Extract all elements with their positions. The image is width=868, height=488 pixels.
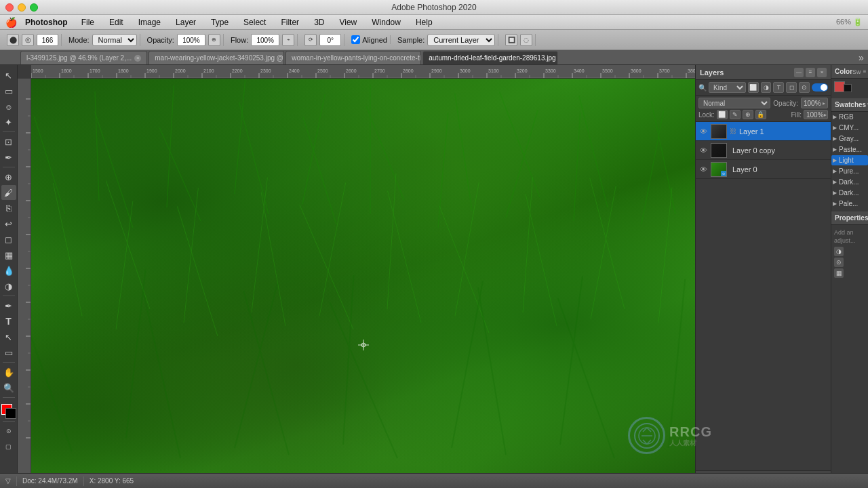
tab-0[interactable]: l-3499125.jpg @ 46.9% (Layer 2,... × — [20, 51, 147, 64]
history-brush-tool[interactable]: ↩ — [1, 216, 16, 231]
opacity-value-field[interactable]: 100% ▸ — [801, 98, 828, 108]
flow-value[interactable]: 100% — [251, 34, 279, 46]
angle-icon[interactable]: ⟳ — [304, 34, 317, 46]
gradient-tool[interactable]: ▦ — [1, 247, 16, 262]
layer-item-1[interactable]: 👁 Layer 0 copy — [696, 141, 831, 160]
angle-value[interactable]: 0° — [319, 34, 341, 46]
zoom-tool[interactable]: 🔍 — [1, 380, 16, 395]
menu-layer[interactable]: Layer — [173, 16, 199, 28]
selection-tools[interactable]: ▭ — [1, 83, 16, 98]
cg-pale[interactable]: ▶ Pale... — [831, 199, 868, 209]
aligned-checkbox-label[interactable]: Aligned — [351, 35, 387, 44]
sample-select[interactable]: Current Layer — [427, 34, 495, 46]
menu-3d[interactable]: 3D — [311, 16, 327, 28]
quick-mask-mode[interactable]: ⊙ — [1, 424, 16, 439]
menu-view[interactable]: View — [336, 16, 359, 28]
properties-icon-3[interactable]: ▦ — [834, 268, 844, 278]
swatches-panel-header[interactable]: Swatches ▼ — [831, 98, 868, 112]
bg-color-swatch[interactable] — [844, 84, 852, 92]
blend-mode-select[interactable]: Normal — [698, 98, 770, 108]
brush-tool[interactable]: 🖌 — [1, 185, 16, 200]
blur-tool[interactable]: 💧 — [1, 263, 16, 278]
text-tool[interactable]: T — [1, 314, 16, 329]
tab-1[interactable]: man-wearing-yellow-jacket-3490253.jpg @ … — [149, 51, 284, 64]
magic-wand-tool[interactable]: ✦ — [1, 115, 16, 129]
kind-select[interactable]: Kind — [709, 82, 746, 93]
layer-visibility-0[interactable]: 👁 — [698, 127, 708, 136]
layer-item-2[interactable]: 👁 ⊙ Layer 0 — [696, 160, 831, 179]
layers-menu-btn[interactable]: ≡ — [806, 68, 815, 77]
swatches-tab[interactable]: Sw — [852, 68, 861, 75]
clone-stamp-tool[interactable]: ⎘ — [1, 201, 16, 216]
dodge-tool[interactable]: ◑ — [1, 279, 16, 293]
cg-gray[interactable]: ▶ Gray... — [831, 134, 868, 144]
pressure-opacity-icon[interactable]: ⊕ — [208, 34, 220, 46]
eraser-tool[interactable]: ◻ — [1, 232, 16, 247]
layer-visibility-2[interactable]: 👁 — [698, 165, 708, 174]
screen-mode[interactable]: ▢ — [1, 439, 16, 454]
lasso-tools[interactable]: ⌾ — [1, 99, 16, 114]
properties-icon-1[interactable]: ◑ — [834, 247, 844, 256]
pen-tool[interactable]: ✒ — [1, 298, 16, 313]
apple-menu[interactable]: 🍎 — [5, 17, 17, 28]
cg-paste[interactable]: ▶ Paste... — [831, 144, 868, 155]
close-button[interactable] — [5, 3, 14, 12]
crop-tool[interactable]: ⊡ — [1, 134, 16, 149]
sample-ring-icon[interactable]: ◌ — [520, 34, 532, 46]
tabs-more-button[interactable]: » — [854, 51, 868, 64]
canvas-area[interactable] — [31, 79, 695, 488]
tab-3[interactable]: autumn-dried-leaf-field-garden-289613.jp… — [422, 51, 558, 64]
color-panel-menu[interactable]: ≡ — [863, 68, 867, 75]
text-filter-btn[interactable]: T — [773, 82, 784, 93]
minimize-button[interactable] — [18, 3, 26, 12]
shape-filter-btn[interactable]: ◻ — [786, 82, 797, 93]
adjustment-filter-btn[interactable]: ◑ — [761, 82, 772, 93]
pixel-filter-btn[interactable]: ⬜ — [748, 82, 759, 93]
lock-all-btn[interactable]: 🔒 — [755, 110, 766, 119]
healing-brush-tool[interactable]: ⊕ — [1, 169, 16, 184]
brush-tool-icon[interactable]: ⬤ — [7, 34, 19, 46]
cg-cmy[interactable]: ▶ CMY... — [831, 123, 868, 133]
properties-icon-2[interactable]: ⊙ — [834, 258, 844, 267]
hand-tool[interactable]: ✋ — [1, 365, 16, 380]
eyedropper-tool[interactable]: ✒ — [1, 150, 16, 165]
layer-visibility-1[interactable]: 👁 — [698, 146, 708, 155]
lock-position-btn[interactable]: ✎ — [730, 110, 741, 119]
mode-select[interactable]: Normal — [92, 34, 137, 46]
menu-filter[interactable]: Filter — [278, 16, 302, 28]
maximize-button[interactable] — [30, 3, 38, 12]
aligned-checkbox[interactable] — [351, 35, 360, 44]
filter-toggle[interactable] — [812, 83, 828, 92]
path-selection-tool[interactable]: ↖ — [1, 329, 16, 344]
cg-rgb[interactable]: ▶ RGB — [831, 112, 868, 122]
move-tool[interactable]: ↖ — [1, 68, 16, 83]
cg-light[interactable]: ▶ Light — [831, 155, 868, 165]
cg-pure[interactable]: ▶ Pure... — [831, 166, 868, 176]
properties-panel-header[interactable]: Properties ▼ — [831, 211, 868, 225]
layers-close-btn[interactable]: × — [817, 68, 827, 77]
background-color[interactable] — [5, 408, 16, 419]
shape-tool[interactable]: ▭ — [1, 345, 16, 360]
tab-close-0[interactable]: × — [134, 55, 141, 62]
cg-dark1[interactable]: ▶ Dark... — [831, 177, 868, 187]
menu-select[interactable]: Select — [241, 16, 269, 28]
lock-pixels-btn[interactable]: ⬜ — [717, 110, 728, 119]
smart-filter-btn[interactable]: ⊙ — [799, 82, 810, 93]
ignore-adj-icon[interactable]: 🔲 — [505, 34, 517, 46]
menu-window[interactable]: Window — [369, 16, 403, 28]
lock-artboard-btn[interactable]: ⊕ — [743, 110, 753, 119]
menu-image[interactable]: Image — [136, 16, 163, 28]
menu-file[interactable]: File — [79, 16, 97, 28]
brush-settings-icon[interactable]: ◎ — [22, 34, 34, 46]
tab-2[interactable]: woman-in-yellow-pants-lying-on-concrete-… — [285, 51, 421, 64]
layers-collapse-btn[interactable]: — — [794, 68, 804, 77]
cg-dark2[interactable]: ▶ Dark... — [831, 188, 868, 198]
fill-value-field[interactable]: 100% ▸ — [804, 110, 828, 119]
airbrush-icon[interactable]: ⌁ — [282, 34, 294, 46]
opacity-value[interactable]: 100% — [177, 34, 205, 46]
menu-type[interactable]: Type — [208, 16, 231, 28]
menu-help[interactable]: Help — [413, 16, 435, 28]
layer-item-0[interactable]: 👁 ⛓ Layer 1 — [696, 122, 831, 141]
color-panel-header[interactable]: Color Sw ≡ — [831, 65, 868, 79]
menu-edit[interactable]: Edit — [106, 16, 126, 28]
